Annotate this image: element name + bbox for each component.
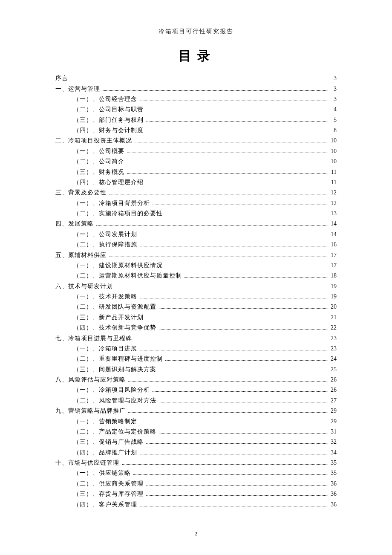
toc-entry-page: 20 — [329, 304, 337, 310]
toc-entry-page: 16 — [329, 242, 337, 248]
toc-entry-page: 36 — [329, 491, 337, 497]
toc-leader-dots — [133, 471, 328, 475]
toc-entry-label: （三）、存货与库存管理 — [73, 491, 144, 497]
toc-entry-label: 六、技术与研发计划 — [55, 283, 113, 289]
toc-leader-dots — [184, 274, 328, 278]
toc-entry-page: 19 — [329, 294, 337, 300]
toc-entry-label: （四）、财务与会计制度 — [73, 127, 144, 133]
toc-leader-dots — [140, 502, 328, 506]
toc-leader-dots — [159, 398, 328, 402]
toc-entry-label: 十、市场与供应链管理 — [55, 460, 119, 466]
toc-leader-dots — [103, 87, 328, 90]
toc-entry-label: （二）、运营期原材料供应与质量控制 — [73, 273, 182, 279]
toc-entry-page: 36 — [329, 481, 337, 487]
toc-entry-label: （二）、风险管理与应对方法 — [73, 398, 156, 404]
toc-entry: 六、技术与研发计划19 — [55, 281, 337, 292]
toc-entry-label: （二）、公司目标与职责 — [73, 107, 144, 113]
toc-entry-label: （一）、冷箱项目背景分析 — [73, 200, 150, 206]
toc-entry-label: （一）、技术开发策略 — [73, 294, 137, 300]
toc-leader-dots — [109, 191, 328, 194]
toc-entry-page: 13 — [329, 211, 337, 217]
toc-entry: （四）、品牌推广计划34 — [55, 448, 337, 458]
toc-entry: 四、发展策略14 — [55, 219, 337, 229]
toc-entry: （二）、运营期原材料供应与质量控制18 — [55, 271, 337, 281]
toc-entry: （三）、部门任务与权利5 — [55, 115, 337, 125]
toc-entry-page: 23 — [329, 346, 337, 352]
toc-entry-page: 26 — [329, 387, 337, 393]
toc-entry-label: （一）、公司经营理念 — [73, 96, 137, 102]
toc-entry-label: （三）、问题识别与解决方案 — [73, 367, 156, 373]
toc-entry: （三）、促销与广告战略32 — [55, 437, 337, 447]
toc-entry: 十、市场与供应链管理35 — [55, 458, 337, 468]
toc-entry-page: 22 — [329, 325, 337, 331]
toc-entry-page: 36 — [329, 502, 337, 508]
toc-entry-label: （一）、供应链策略 — [73, 470, 131, 476]
toc-entry-label: （一）、公司发展计划 — [73, 231, 137, 237]
toc-entry-page: 35 — [329, 470, 337, 476]
toc-entry: （一）、冷箱项目进展23 — [55, 344, 337, 354]
toc-entry-page: 14 — [329, 221, 337, 227]
toc-leader-dots — [140, 419, 328, 423]
toc-entry-page: 29 — [329, 419, 337, 425]
toc-entry-label: （一）、建设期原材料供应情况 — [73, 263, 163, 269]
toc-entry: （一）、营销策略制定29 — [55, 416, 337, 426]
toc-leader-dots — [146, 481, 328, 485]
toc-leader-dots — [146, 492, 328, 496]
toc-entry-label: （四）、技术创新与竞争优势 — [73, 325, 156, 331]
toc-entry-page: 35 — [329, 460, 337, 466]
toc-entry: （二）、执行保障措施16 — [55, 240, 337, 250]
toc-leader-dots — [140, 97, 328, 101]
toc-leader-dots — [146, 440, 328, 444]
toc-entry-label: 五、原辅材料供应 — [55, 252, 107, 258]
toc-entry-label: （三）、财务概况 — [73, 169, 124, 175]
toc-entry: （三）、财务概况11 — [55, 167, 337, 177]
toc-entry: 序言3 — [55, 73, 337, 84]
toc-leader-dots — [165, 211, 328, 215]
toc-leader-dots — [159, 326, 328, 330]
toc-leader-dots — [153, 388, 328, 392]
toc-leader-dots — [140, 450, 328, 454]
toc-entry-page: 24 — [329, 356, 337, 362]
toc-entry: （一）、冷箱项目风险分析26 — [55, 385, 337, 395]
toc-entry-page: 3 — [329, 75, 337, 81]
toc-entry-label: 二、冷箱项目投资主体概况 — [55, 138, 132, 144]
toc-entry-label: （一）、冷箱项目风险分析 — [73, 387, 150, 393]
toc-entry-page: 12 — [329, 190, 337, 196]
toc-entry-page: 19 — [329, 283, 337, 289]
toc-entry: （二）、实施冷箱项目的必要性13 — [55, 208, 337, 219]
toc-entry-page: 18 — [329, 273, 337, 279]
toc-leader-dots — [146, 118, 328, 121]
toc-entry: （二）、供应商关系管理36 — [55, 479, 337, 489]
toc-entry: （一）、公司经营理念3 — [55, 94, 337, 104]
toc-entry: （二）、产品定位与定价策略31 — [55, 427, 337, 437]
toc-entry: （二）、重要里程碑与进度控制24 — [55, 354, 337, 364]
toc-leader-dots — [140, 347, 328, 350]
toc-entry: （四）、财务与会计制度8 — [55, 125, 337, 136]
toc-entry: （二）、研发团队与资源配置20 — [55, 302, 337, 312]
toc-entry-label: （四）、客户关系管理 — [73, 502, 137, 508]
toc-entry: （三）、新产品开发计划21 — [55, 312, 337, 323]
toc-entry: （一）、建设期原材料供应情况17 — [55, 260, 337, 271]
toc-entry-page: 10 — [329, 159, 337, 165]
toc-entry-page: 32 — [329, 439, 337, 445]
toc-entry: （一）、公司发展计划14 — [55, 229, 337, 240]
toc-entry-label: （二）、公司简介 — [73, 159, 124, 165]
toc-leader-dots — [71, 76, 328, 80]
toc-leader-dots — [135, 336, 328, 340]
toc-leader-dots — [115, 284, 328, 288]
toc-entry-page: 14 — [329, 231, 337, 237]
toc-entry-page: 27 — [329, 398, 337, 404]
toc-entry-label: 三、背景及必要性 — [55, 190, 107, 196]
toc-entry-page: 10 — [329, 138, 337, 144]
toc-entry-page: 3 — [329, 96, 337, 102]
toc-entry-page: 23 — [329, 335, 337, 341]
toc-leader-dots — [153, 201, 328, 205]
toc-entry: 三、背景及必要性12 — [55, 188, 337, 198]
toc-leader-dots — [165, 263, 328, 267]
toc-entry-page: 8 — [329, 127, 337, 133]
toc-entry-label: （三）、新产品开发计划 — [73, 315, 144, 321]
toc-entry-label: （二）、执行保障措施 — [73, 242, 137, 248]
toc-entry: 八、风险评估与应对策略26 — [55, 375, 337, 385]
toc-entry-label: （一）、公司概要 — [73, 148, 124, 154]
toc-entry-label: （二）、重要里程碑与进度控制 — [73, 356, 163, 362]
